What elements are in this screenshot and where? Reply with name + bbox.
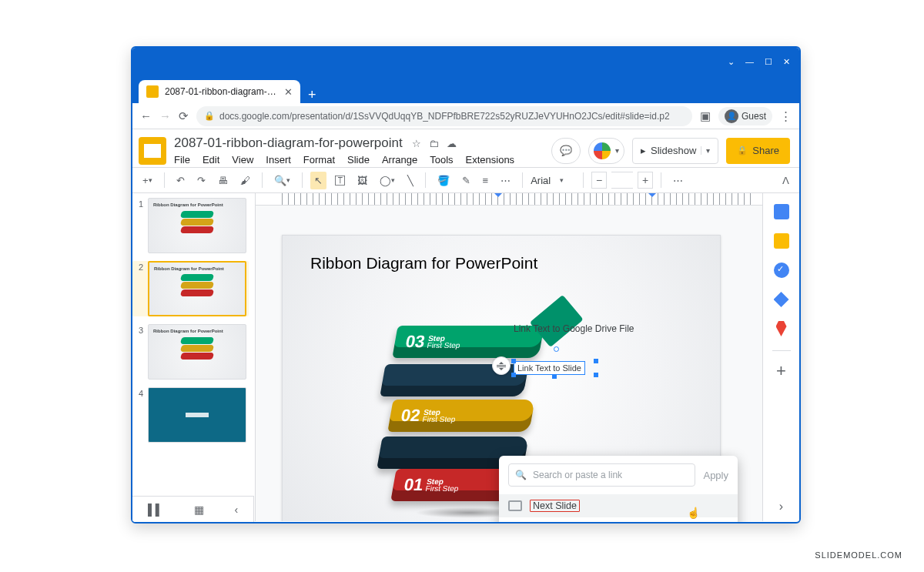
print-button[interactable]: 🖶 <box>214 172 232 189</box>
browser-window: ⌄ — ☐ ✕ 2087-01-ribbon-diagram-for-po ✕ … <box>131 46 801 523</box>
favicon-icon <box>146 85 159 98</box>
menu-tools[interactable]: Tools <box>430 154 453 166</box>
selection-handle[interactable] <box>511 359 516 363</box>
paint-format-button[interactable]: 🖌 <box>236 172 254 189</box>
undo-button[interactable]: ↶ <box>172 172 189 189</box>
slide-thumbnail-1[interactable]: Ribbon Diagram for PowerPoint <box>148 198 246 253</box>
link-textbox-1[interactable]: Link Text to Google Drive File <box>514 323 634 334</box>
font-size-increase[interactable]: + <box>638 172 653 189</box>
browser-menu-icon[interactable]: ⋮ <box>780 109 792 123</box>
slide-title[interactable]: Ribbon Diagram for PowerPoint <box>310 254 537 273</box>
slide-thumbnail-2[interactable]: Ribbon Diagram for PowerPoint <box>148 261 246 316</box>
selection-handle[interactable] <box>594 373 598 377</box>
comments-button[interactable]: 💬 <box>551 138 581 164</box>
border-dash-button[interactable]: ⋯ <box>497 172 514 189</box>
border-weight-button[interactable]: ≡ <box>479 172 493 189</box>
keep-icon[interactable] <box>774 233 789 249</box>
menu-slide[interactable]: Slide <box>347 154 370 166</box>
minimize-button[interactable]: — <box>745 57 754 66</box>
reading-list-icon[interactable]: ▣ <box>700 109 711 123</box>
contacts-icon[interactable] <box>774 292 789 307</box>
font-size-decrease[interactable]: − <box>591 172 607 189</box>
column-handle-icon[interactable] <box>492 356 511 375</box>
ruler-indent-left[interactable] <box>494 193 502 201</box>
filmstrip[interactable]: 1 Ribbon Diagram for PowerPoint 2 Ribbon… <box>132 193 256 521</box>
share-button[interactable]: 🔒 Share <box>726 138 790 164</box>
link-placeholder: Search or paste a link <box>533 470 622 480</box>
search-icon: 🔍 <box>515 470 527 480</box>
collapse-filmstrip-icon[interactable]: ‹ <box>234 503 238 516</box>
font-selector[interactable]: Arial▾ <box>531 175 575 186</box>
hide-sidepanel-button[interactable]: › <box>779 500 783 513</box>
slideshow-button[interactable]: ▸ Slideshow ▾ <box>632 138 718 164</box>
window-menu-icon[interactable]: ⌄ <box>728 57 735 67</box>
tasks-icon[interactable] <box>774 263 789 278</box>
thumb-number: 4 <box>136 387 143 443</box>
menu-format[interactable]: Format <box>303 154 335 166</box>
line-tool[interactable]: ╲ <box>403 172 417 189</box>
menu-edit[interactable]: Edit <box>203 154 219 166</box>
textbox-tool[interactable]: 🅃 <box>331 172 349 189</box>
divider <box>772 350 791 351</box>
cloud-status-icon[interactable]: ☁ <box>447 138 457 149</box>
new-slide-button[interactable]: + ▾ <box>139 172 156 189</box>
meet-icon <box>594 142 611 159</box>
link-option-first-slide[interactable]: First Slide <box>499 517 738 523</box>
redo-button[interactable]: ↷ <box>193 172 209 189</box>
app-header: 2087-01-ribbon-diagram-for-powerpoint ☆ … <box>132 129 799 167</box>
maximize-button[interactable]: ☐ <box>765 57 772 67</box>
close-window-button[interactable]: ✕ <box>783 57 790 67</box>
menu-file[interactable]: File <box>174 154 190 166</box>
meet-button[interactable]: ▾ <box>588 138 624 164</box>
slide-thumbnail-4[interactable] <box>148 387 246 443</box>
back-button[interactable]: ← <box>140 109 152 122</box>
rotation-handle[interactable] <box>554 346 559 352</box>
browser-tab[interactable]: 2087-01-ribbon-diagram-for-po ✕ <box>139 80 300 103</box>
select-tool[interactable]: ↖ <box>310 172 326 189</box>
calendar-icon[interactable] <box>774 204 789 219</box>
link-textbox-2-selected[interactable]: Link Text to Slide <box>514 361 585 375</box>
fill-color-button[interactable]: 🪣 <box>434 172 454 189</box>
image-tool[interactable]: 🖼 <box>353 172 371 189</box>
addons-button[interactable]: + <box>776 365 786 380</box>
reload-button[interactable]: ⟳ <box>179 109 189 123</box>
slides-logo-icon[interactable] <box>139 137 166 165</box>
toolbar: + ▾ ↶ ↷ 🖶 🖌 🔍 ▾ ↖ 🅃 🖼 ◯▾ ╲ 🪣 ✎ ≡ ⋯ Arial… <box>132 167 799 193</box>
maps-icon[interactable] <box>776 321 787 336</box>
link-search-input[interactable]: 🔍 Search or paste a link <box>508 463 695 487</box>
apply-button[interactable]: Apply <box>703 470 728 481</box>
slide-thumbnail-3[interactable]: Ribbon Diagram for PowerPoint <box>148 324 246 380</box>
menu-view[interactable]: View <box>232 154 253 166</box>
document-title[interactable]: 2087-01-ribbon-diagram-for-powerpoint <box>174 135 403 151</box>
menu-extensions[interactable]: Extensions <box>466 154 515 166</box>
close-tab-icon[interactable]: ✕ <box>284 86 293 98</box>
filmstrip-view-icon[interactable]: ▌▌ <box>148 503 163 516</box>
new-tab-button[interactable]: + <box>300 87 324 103</box>
menu-arrange[interactable]: Arrange <box>382 154 417 166</box>
zoom-button[interactable]: 🔍 ▾ <box>270 172 294 189</box>
address-bar[interactable]: 🔒 docs.google.com/presentation/d/1SsVVQd… <box>196 106 692 126</box>
font-size-input[interactable] <box>611 172 633 189</box>
profile-button[interactable]: 👤 Guest <box>718 107 772 125</box>
slideshow-caret-icon[interactable]: ▾ <box>701 146 710 155</box>
shape-tool[interactable]: ◯▾ <box>376 172 399 189</box>
link-option-next-slide[interactable]: Next Slide <box>499 494 738 517</box>
menu-insert[interactable]: Insert <box>266 154 291 166</box>
collapse-toolbar-button[interactable]: ᐱ <box>778 172 793 189</box>
ruler-indent-right[interactable] <box>648 193 656 201</box>
forward-button[interactable]: → <box>159 109 171 122</box>
grid-view-icon[interactable]: ▦ <box>194 503 204 516</box>
move-icon[interactable]: 🗀 <box>429 138 439 149</box>
star-icon[interactable]: ☆ <box>412 138 421 149</box>
selection-handle[interactable] <box>594 359 598 363</box>
border-color-button[interactable]: ✎ <box>458 172 474 189</box>
thumb-number: 1 <box>136 198 143 253</box>
more-tools-button[interactable]: ⋯ <box>669 172 687 189</box>
share-label: Share <box>752 145 779 156</box>
thumb-number: 2 <box>136 261 143 316</box>
watermark: SLIDEMODEL.COM <box>815 550 902 560</box>
selection-handle[interactable] <box>511 373 516 377</box>
selection-handle[interactable] <box>552 374 557 379</box>
side-panel: + › <box>762 193 799 521</box>
ribbon-step-2[interactable]: 02StepFirst Step <box>387 400 534 432</box>
